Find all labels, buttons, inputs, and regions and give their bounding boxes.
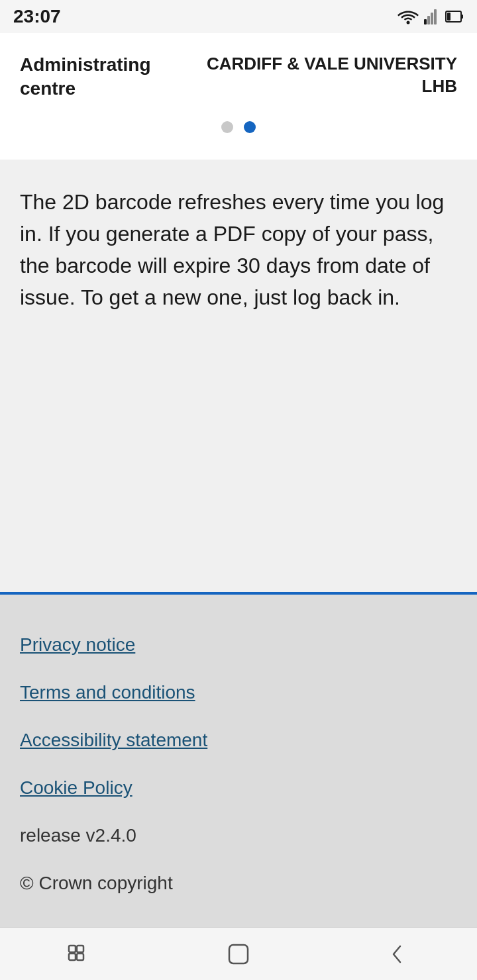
svg-rect-2 (427, 16, 430, 24)
wifi-icon (398, 9, 419, 24)
battery-icon (445, 9, 464, 24)
back-icon (388, 942, 407, 966)
status-icons (398, 9, 464, 24)
svg-rect-9 (77, 946, 83, 952)
svg-rect-11 (77, 954, 83, 960)
svg-rect-1 (424, 19, 427, 24)
pagination-dots (20, 108, 457, 140)
cookie-policy-link[interactable]: Cookie Policy (20, 764, 457, 812)
home-button[interactable] (219, 938, 258, 970)
copyright-text: © Crown copyright (20, 859, 457, 901)
svg-rect-6 (461, 15, 463, 19)
svg-point-0 (407, 21, 410, 24)
admin-centre-label: Administrating centre (20, 53, 194, 101)
svg-rect-7 (447, 13, 450, 21)
info-text: The 2D barcode refreshes every time you … (20, 186, 457, 313)
footer-area: Privacy notice Terms and conditions Acce… (0, 595, 477, 927)
svg-rect-4 (434, 9, 437, 24)
svg-rect-3 (431, 13, 433, 24)
card-header: Administrating centre CARDIFF & VALE UNI… (20, 46, 457, 108)
home-icon (227, 942, 250, 966)
release-version: release v2.4.0 (20, 812, 457, 859)
dot-1[interactable] (221, 121, 233, 133)
status-bar: 23:07 (0, 0, 477, 33)
privacy-notice-link[interactable]: Privacy notice (20, 621, 457, 669)
nav-bar (0, 927, 477, 980)
svg-rect-12 (229, 945, 248, 963)
svg-rect-10 (69, 954, 76, 960)
recent-apps-icon (68, 944, 91, 964)
recent-apps-button[interactable] (60, 938, 99, 970)
terms-conditions-link[interactable]: Terms and conditions (20, 669, 457, 716)
dot-2[interactable] (244, 121, 256, 133)
signal-icon (424, 9, 440, 24)
accessibility-statement-link[interactable]: Accessibility statement (20, 716, 457, 764)
status-time: 23:07 (13, 6, 61, 27)
card-area: Administrating centre CARDIFF & VALE UNI… (0, 33, 477, 160)
org-name: CARDIFF & VALE UNIVERSITY LHB (194, 53, 457, 98)
back-button[interactable] (378, 938, 417, 970)
svg-rect-8 (69, 946, 76, 952)
info-area: The 2D barcode refreshes every time you … (0, 160, 477, 592)
